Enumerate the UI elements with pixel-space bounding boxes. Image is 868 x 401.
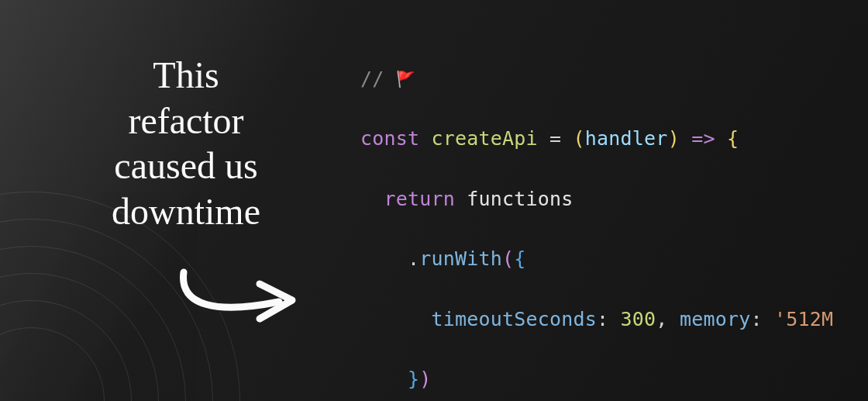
code-line: .runWith({ (360, 244, 868, 275)
method: runWith (419, 247, 502, 270)
code-block: // 🚩 const createApi = (handler) => { re… (360, 34, 868, 401)
property: memory (680, 308, 751, 330)
code-line: // 🚩 (360, 64, 868, 95)
code-line: timeoutSeconds: 300, memory: '512M (360, 305, 868, 335)
identifier: functions (467, 188, 573, 210)
annotation-line: downtime (46, 189, 326, 235)
handwritten-annotation: This refactor caused us downtime (46, 53, 326, 234)
annotation-line: This (46, 53, 326, 99)
keyword-return: return (384, 188, 456, 210)
code-line: }) (360, 365, 868, 395)
code-line: const createApi = (handler) => { (360, 124, 868, 154)
arrow-icon (174, 268, 306, 330)
arrow: => (691, 127, 715, 150)
number-literal: 300 (621, 308, 656, 330)
identifier: createApi (432, 127, 538, 150)
code-line: return functions (360, 185, 868, 215)
keyword-const: const (360, 127, 419, 150)
annotation-line: refactor (46, 99, 326, 144)
comment-text: // (360, 67, 396, 90)
flag-icon: 🚩 (396, 70, 415, 88)
property: timeoutSeconds (432, 308, 598, 330)
string-literal: '512M (774, 308, 833, 330)
annotation-line: caused us (46, 143, 326, 189)
param: handler (585, 127, 668, 150)
